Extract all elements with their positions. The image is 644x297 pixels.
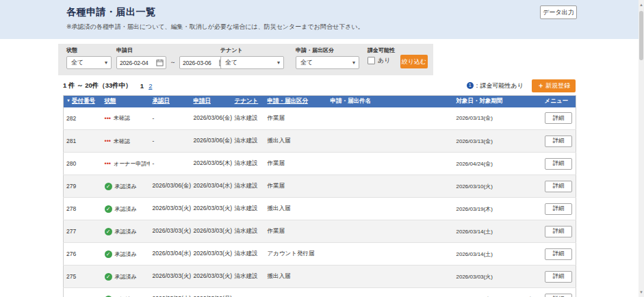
cell-tenant: 清水建設 [232, 266, 265, 288]
cell-receipt-number: 282 [64, 107, 102, 130]
detail-button[interactable]: 詳細 [545, 226, 572, 237]
billable-legend-text: ：課金可能性あり [474, 81, 524, 90]
scrollbar-thumb[interactable] [639, 11, 643, 60]
cell-subject [328, 220, 454, 243]
cell-menu: 詳細 [542, 288, 576, 297]
data-export-button[interactable]: データ出力 [540, 5, 577, 19]
column-header-menu: メニュー [542, 96, 576, 107]
result-count: 1 件 ～ 20件（33件中） [63, 81, 132, 90]
sort-desc-icon: ▼ [66, 99, 70, 103]
table-row: 281•••未確認-2026/03/06(金)清水建設搬出入届2026/03/1… [64, 130, 576, 153]
detail-button[interactable]: 詳細 [545, 271, 572, 283]
cell-status: ✓承認済み [102, 288, 150, 297]
scroll-up-arrow[interactable]: ▲ [639, 1, 644, 8]
column-header-application-date[interactable]: 申請日 [191, 96, 232, 107]
status-label: 承認済み [115, 274, 137, 280]
category-filter-select[interactable]: 全て ▾ [296, 56, 359, 69]
application-date-filter-group: 申請日 2026-02-04 ～ 2026-03-06 [116, 47, 229, 69]
chevron-down-icon: ▾ [277, 60, 280, 66]
table-row: 276✓承認済み2026/03/04(水)2026/03/03(火)清水建設アカ… [64, 243, 576, 266]
cell-subject [328, 107, 454, 130]
table-row: 279✓承認済み2026/03/06(金)2026/03/04(水)清水建設作業… [64, 175, 576, 198]
cell-period: 2026/03/03(火)・2026/03/04(水) [454, 288, 542, 297]
date-from-input[interactable]: 2026-02-04 [116, 56, 166, 69]
cell-menu: 詳細 [542, 130, 576, 153]
filter-submit-button[interactable]: 絞り込む [400, 55, 428, 68]
chevron-down-icon: ▾ [105, 60, 107, 66]
billable-filter-label: 課金可能性 [368, 47, 395, 54]
detail-button[interactable]: 詳細 [545, 294, 572, 297]
scroll-down-arrow[interactable]: ▼ [639, 289, 644, 296]
cell-menu: 詳細 [542, 220, 576, 243]
cell-receipt-number: 279 [64, 175, 102, 198]
detail-button[interactable]: 詳細 [545, 158, 572, 170]
column-header-period: 対象日・対象期間 [454, 96, 542, 107]
new-registration-label: 新規登録 [545, 81, 570, 90]
cell-menu: 詳細 [542, 243, 576, 266]
column-header-receipt-number[interactable]: ▼受付番号 [64, 96, 102, 107]
list-toolbar: 1 件 ～ 20件（33件中） 12 1 ：課金可能性あり ＋新規登録 [63, 79, 576, 92]
date-range-separator: ～ [170, 58, 176, 67]
cell-category [265, 288, 328, 297]
table-row: 282•••未確認-2026/03/06(金)清水建設作業届2026/03/13… [64, 107, 576, 130]
cell-tenant: 清水建設 [232, 153, 265, 175]
cell-application-date: 2026/03/03(火) [191, 243, 232, 266]
detail-button[interactable]: 詳細 [545, 203, 572, 215]
cell-approval-date: 2026/03/06(金) [150, 175, 191, 198]
cell-menu: 詳細 [542, 153, 576, 175]
status-pending-icon: ••• [105, 115, 111, 122]
tenant-filter-select[interactable]: 全て ▾ [220, 56, 284, 69]
cell-application-date: 2026/03/03(火) [191, 266, 232, 288]
status-label: 未確認 [114, 138, 130, 144]
cell-tenant: 清水建設 [232, 130, 265, 153]
cell-receipt-number: 280 [64, 153, 102, 175]
status-label: 承認済み [115, 251, 137, 257]
table-row: 277✓承認済み2026/03/03(火)2026/03/03(火)清水建設作業… [64, 220, 576, 243]
cell-application-date: 2026/03/06(金) [191, 107, 232, 130]
column-header-label: 状態 [105, 97, 116, 104]
calendar-icon [156, 59, 164, 66]
column-header-category[interactable]: 申請・届出区分 [265, 96, 328, 107]
column-header-label: 申請・届出件名 [331, 97, 372, 104]
cell-approval-date: - [150, 130, 191, 153]
cell-subject [328, 288, 454, 297]
status-label: 承認済み [115, 229, 137, 235]
cell-subject [328, 175, 454, 198]
app-root: 各種申請・届出一覧 ※承認済の各種申請・届出について、編集・取消しが必要な場合に… [0, 0, 644, 297]
column-header-label: 対象日・対象期間 [456, 97, 503, 104]
billable-checkbox[interactable] [368, 57, 375, 64]
new-registration-button[interactable]: ＋新規登録 [532, 79, 576, 92]
status-label: オーナー申請中 [114, 161, 150, 167]
date-to-value: 2026-03-06 [183, 60, 219, 66]
scrollbar[interactable]: ▲ ▼ [639, 0, 644, 297]
detail-button[interactable]: 詳細 [545, 112, 572, 124]
cell-period: 2026/03/10(火) [454, 175, 542, 198]
column-header-approval-date[interactable]: 承認日 [150, 96, 191, 107]
cell-tenant: 清水建設 [232, 175, 265, 198]
cell-application-date: 2026/03/04(水) [191, 175, 232, 198]
cell-tenant: 清水建設 [232, 107, 265, 130]
table-row: 275✓承認済み2026/03/03(火)2026/03/03(火)清水建設搬出… [64, 266, 576, 288]
page-number-1[interactable]: 1 [140, 82, 144, 90]
status-filter-select[interactable]: 全て ▾ [66, 56, 112, 69]
category-filter-value: 全て [300, 58, 350, 67]
plus-icon: ＋ [537, 81, 544, 90]
cell-application-date: 2026/03/02(月) [191, 288, 232, 297]
table-row: 274✓承認済み2026/03/03(火)2026/03/02(月)2026/0… [64, 288, 576, 297]
applications-table-wrap: ▼受付番号状態承認日申請日テナント申請・届出区分申請・届出件名対象日・対象期間メ… [63, 95, 576, 297]
column-header-label: 申請日 [194, 97, 211, 104]
detail-button[interactable]: 詳細 [545, 181, 572, 192]
cell-application-date: 2026/03/03(火) [191, 220, 232, 243]
status-filter-group: 状態 全て ▾ [66, 47, 112, 69]
category-filter-label: 申請・届出区分 [296, 47, 359, 54]
detail-button[interactable]: 詳細 [545, 248, 572, 260]
page-number-2[interactable]: 2 [149, 82, 152, 90]
column-header-tenant[interactable]: テナント [232, 96, 265, 107]
applications-table: ▼受付番号状態承認日申請日テナント申請・届出区分申請・届出件名対象日・対象期間メ… [63, 95, 576, 297]
column-header-label: 申請・届出区分 [268, 97, 309, 104]
chevron-down-icon: ▾ [352, 60, 355, 66]
detail-button[interactable]: 詳細 [545, 135, 572, 147]
status-approved-icon: ✓ [105, 205, 112, 213]
column-header-status[interactable]: 状態 [102, 96, 150, 107]
cell-approval-date: - [150, 153, 191, 175]
